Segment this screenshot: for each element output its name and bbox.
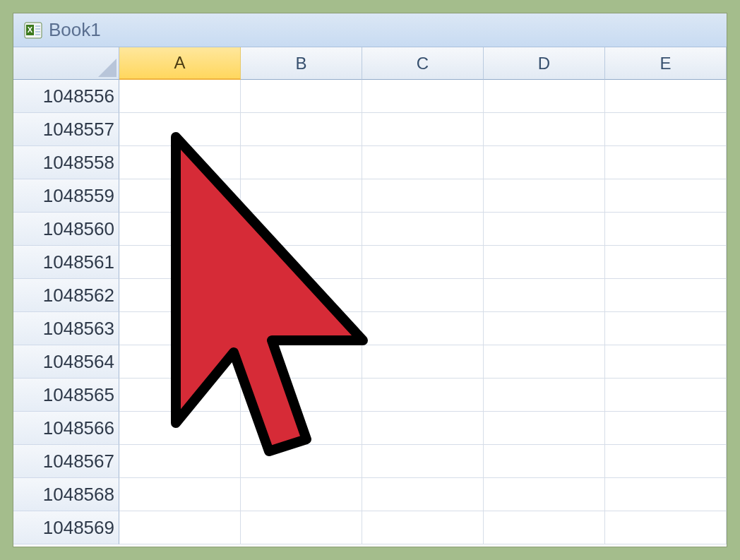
cell[interactable]: [605, 379, 727, 412]
cell[interactable]: [362, 511, 484, 544]
row: 1048566: [13, 412, 727, 445]
cell[interactable]: [484, 213, 605, 246]
svg-text:X: X: [28, 25, 33, 34]
cell[interactable]: [241, 379, 362, 412]
cell[interactable]: [484, 345, 605, 379]
cell[interactable]: [119, 179, 241, 213]
cell[interactable]: [362, 279, 484, 312]
row-header[interactable]: 1048556: [13, 80, 119, 113]
cell[interactable]: [605, 179, 727, 213]
column-header-c[interactable]: C: [362, 47, 484, 80]
cell[interactable]: [119, 312, 241, 345]
cell[interactable]: [241, 179, 362, 213]
cell[interactable]: [605, 80, 727, 113]
row-header[interactable]: 1048557: [13, 113, 119, 146]
row-header[interactable]: 1048558: [13, 146, 119, 179]
row-header[interactable]: 1048565: [13, 379, 119, 412]
cell[interactable]: [484, 445, 605, 478]
cell[interactable]: [119, 345, 241, 379]
row-header[interactable]: 1048567: [13, 445, 119, 478]
cell[interactable]: [484, 412, 605, 445]
row: 1048562: [13, 279, 727, 312]
row-header[interactable]: 1048564: [13, 345, 119, 379]
cell[interactable]: [362, 478, 484, 511]
cell[interactable]: [362, 246, 484, 279]
select-all-triangle-icon: [98, 59, 117, 77]
row: 1048568: [13, 478, 727, 511]
spreadsheet-grid: ABCDE 1048556104855710485581048559104856…: [13, 47, 727, 544]
cell[interactable]: [484, 379, 605, 412]
cell[interactable]: [605, 113, 727, 146]
column-header-d[interactable]: D: [484, 47, 605, 80]
row-header[interactable]: 1048566: [13, 412, 119, 445]
row-header[interactable]: 1048568: [13, 478, 119, 511]
cell[interactable]: [605, 312, 727, 345]
column-header-b[interactable]: B: [241, 47, 362, 80]
column-header-a[interactable]: A: [119, 47, 241, 80]
cell[interactable]: [605, 511, 727, 544]
cell[interactable]: [119, 80, 241, 113]
cell[interactable]: [241, 80, 362, 113]
cell[interactable]: [484, 511, 605, 544]
cell[interactable]: [362, 213, 484, 246]
row-header[interactable]: 1048562: [13, 279, 119, 312]
cell[interactable]: [119, 412, 241, 445]
cell[interactable]: [119, 379, 241, 412]
cell[interactable]: [119, 113, 241, 146]
cell[interactable]: [119, 445, 241, 478]
cell[interactable]: [241, 246, 362, 279]
cell[interactable]: [362, 80, 484, 113]
cell[interactable]: [119, 279, 241, 312]
cell[interactable]: [241, 478, 362, 511]
cell[interactable]: [241, 213, 362, 246]
cell[interactable]: [605, 246, 727, 279]
cell[interactable]: [605, 146, 727, 179]
cell[interactable]: [119, 511, 241, 544]
cell[interactable]: [362, 179, 484, 213]
row: 1048567: [13, 445, 727, 478]
cell[interactable]: [241, 312, 362, 345]
cell[interactable]: [484, 246, 605, 279]
cell[interactable]: [241, 511, 362, 544]
cell[interactable]: [119, 213, 241, 246]
cell[interactable]: [241, 146, 362, 179]
cell[interactable]: [362, 445, 484, 478]
cell[interactable]: [362, 146, 484, 179]
cell[interactable]: [241, 345, 362, 379]
cell[interactable]: [362, 345, 484, 379]
cell[interactable]: [119, 478, 241, 511]
cell[interactable]: [605, 345, 727, 379]
cell[interactable]: [605, 445, 727, 478]
cell[interactable]: [362, 312, 484, 345]
excel-icon: X: [23, 20, 43, 40]
cell[interactable]: [484, 478, 605, 511]
cell[interactable]: [362, 113, 484, 146]
cell[interactable]: [484, 179, 605, 213]
row-header[interactable]: 1048569: [13, 511, 119, 544]
cell[interactable]: [605, 478, 727, 511]
cell[interactable]: [484, 146, 605, 179]
column-header-e[interactable]: E: [605, 47, 727, 80]
cell[interactable]: [484, 312, 605, 345]
cell[interactable]: [484, 113, 605, 146]
row-header[interactable]: 1048561: [13, 246, 119, 279]
row-header[interactable]: 1048563: [13, 312, 119, 345]
cell[interactable]: [119, 246, 241, 279]
cell[interactable]: [605, 412, 727, 445]
cell[interactable]: [605, 213, 727, 246]
cell[interactable]: [241, 279, 362, 312]
row-header[interactable]: 1048559: [13, 179, 119, 213]
cell[interactable]: [484, 279, 605, 312]
row: 1048560: [13, 213, 727, 246]
cell[interactable]: [605, 279, 727, 312]
cell[interactable]: [241, 445, 362, 478]
title-bar: X Book1: [13, 13, 727, 47]
cell[interactable]: [484, 80, 605, 113]
row-header[interactable]: 1048560: [13, 213, 119, 246]
cell[interactable]: [362, 379, 484, 412]
cell[interactable]: [241, 113, 362, 146]
select-all-corner[interactable]: [13, 47, 119, 80]
cell[interactable]: [362, 412, 484, 445]
cell[interactable]: [241, 412, 362, 445]
cell[interactable]: [119, 146, 241, 179]
